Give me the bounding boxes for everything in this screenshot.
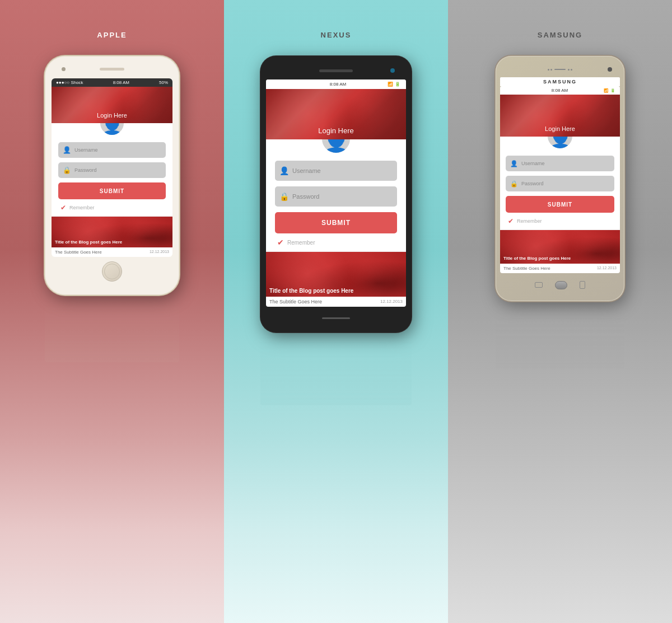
nexus-form: 👤 Username 🔒 Password SUBMIT ✔ Remem <box>266 161 406 247</box>
samsung-remember: ✔ Remember <box>506 217 614 225</box>
submit-button[interactable]: SUBMIT <box>58 182 166 199</box>
user-icon: 👤 <box>63 146 71 154</box>
iphone-status-bar: ●●●○○ Shock 8:08 AM 50% <box>52 78 172 87</box>
nexus-subtitle-row: The Subtitle Goes Here 12.12.2013 <box>266 297 406 307</box>
lock-icon: 🔒 <box>63 166 71 174</box>
nexus-password[interactable]: 🔒 Password <box>275 186 397 207</box>
samsung-reflection <box>496 301 624 368</box>
iphone-frame: ●●●○○ Shock 8:08 AM 50% Login Here 👤 <box>45 56 179 295</box>
username-input[interactable]: 👤 Username <box>58 142 166 158</box>
iphone-home-button[interactable] <box>102 261 122 282</box>
app-login-title: Login Here <box>52 112 172 119</box>
samsung-blog-image: Title of the Blog post goes Here <box>500 230 620 264</box>
username-placeholder: Username <box>74 147 98 153</box>
samsung-camera <box>608 67 612 72</box>
samsung-frame-wrapper: SAMSUNG 8:08 AM 📶 🔋 <box>496 56 624 368</box>
nexus-reflection <box>260 332 412 405</box>
iphone-speaker <box>100 68 124 71</box>
nexus-remember: ✔ Remember <box>275 238 397 247</box>
panel-nexus: NEXUS 8:08 AM 📶 🔋 <box>224 0 448 623</box>
nexus-home-bar <box>322 317 350 319</box>
nexus-username[interactable]: 👤 Username <box>275 161 397 181</box>
apple-reflection: ●●●○○ Shock8:08 AM50% <box>45 295 179 362</box>
samsung-date: 12.12.2013 <box>597 266 617 271</box>
nexus-frame: 8:08 AM 📶 🔋 Login Here <box>260 56 412 332</box>
iphone-bottom-bar <box>52 284 172 288</box>
nexus-frame-wrapper: 8:08 AM 📶 🔋 Login Here <box>260 56 412 405</box>
samsung-subtitle-row: The Subtitle Goes Here 12.12.2013 <box>500 264 620 273</box>
blog-subtitle-row: The Subtitle Goes Here 12.12.2013 <box>52 247 172 257</box>
nexus-nav-bar <box>266 311 406 325</box>
nexus-time: 8:08 AM <box>330 82 346 87</box>
nexus-icons: 📶 🔋 <box>388 82 400 87</box>
app-header-apple: Login Here <box>52 87 172 123</box>
nexus-remember-label: Remember <box>287 240 315 246</box>
samsung-login-title: Login Here <box>500 125 620 132</box>
nexus-blog-image: Title of the Blog post goes Here <box>266 252 406 297</box>
remember-row: ✔ Remember <box>58 204 166 212</box>
samsung-remember-label: Remember <box>517 218 542 224</box>
remember-label: Remember <box>69 205 95 210</box>
panel-samsung: SAMSUNG SAMSUNG <box>448 0 672 623</box>
samsung-submit[interactable]: SUBMIT <box>506 196 614 213</box>
samsung-home-btn[interactable] <box>555 281 567 289</box>
blog-image: Title of the Blog post goes Here <box>52 217 172 247</box>
nexus-camera <box>390 68 395 73</box>
nexus-login-title: Login Here <box>266 127 406 135</box>
check-icon: ✔ <box>60 204 66 212</box>
samsung-blog-title: Title of the Blog post goes Here <box>503 256 571 261</box>
samsung-back-btn[interactable] <box>535 282 543 288</box>
samsung-wifi: 📶 <box>604 88 609 93</box>
blog-date: 12.12.2013 <box>150 250 169 255</box>
blog-subtitle: The Subtitle Goes Here <box>55 250 102 255</box>
nexus-username-placeholder: Username <box>292 167 321 174</box>
iphone-screen: ●●●○○ Shock 8:08 AM 50% Login Here 👤 <box>52 78 172 257</box>
nexus-blog-title: Title of the Blog post goes Here <box>269 288 353 294</box>
nexus-app-header: Login Here <box>266 89 406 139</box>
samsung-form: 👤 Username 🔒 Password SUBMIT ✔ Remem <box>500 156 620 225</box>
iphone-time: 8:08 AM <box>113 80 129 85</box>
samsung-subtitle: The Subtitle Goes Here <box>503 266 550 271</box>
samsung-screen: 8:08 AM 📶 🔋 Login Here <box>500 86 620 273</box>
app-form: 👤 Username 🔒 Password SUBMIT ✔ Remem <box>52 142 172 212</box>
samsung-nav-buttons <box>500 277 620 293</box>
samsung-menu-btn[interactable] <box>580 281 585 289</box>
iphone-carrier: ●●●○○ Shock <box>56 80 83 85</box>
battery-icon: 🔋 <box>395 82 400 87</box>
nexus-label: NEXUS <box>321 31 352 39</box>
main-container: APPLE ●●●○○ Shock 8:08 AM 50% <box>0 0 672 623</box>
blog-title: Title of the Blog post goes Here <box>55 240 122 245</box>
password-input[interactable]: 🔒 Password <box>58 162 166 178</box>
samsung-brand: SAMSUNG <box>500 77 620 86</box>
samsung-password-placeholder: Password <box>521 181 544 186</box>
apple-label: APPLE <box>97 31 127 39</box>
samsung-time: 8:08 AM <box>552 88 568 93</box>
nexus-screen: 8:08 AM 📶 🔋 Login Here <box>266 79 406 307</box>
samsung-password[interactable]: 🔒 Password <box>506 176 614 191</box>
samsung-speaker-dots <box>548 69 572 71</box>
samsung-user-icon: 👤 <box>510 160 518 167</box>
nexus-speaker <box>319 69 353 72</box>
nexus-lock-icon: 🔒 <box>279 192 289 201</box>
samsung-username[interactable]: 👤 Username <box>506 156 614 171</box>
nexus-date: 12.12.2013 <box>380 299 403 305</box>
nexus-password-placeholder: Password <box>292 193 319 200</box>
samsung-blog-card: Title of the Blog post goes Here The Sub… <box>500 229 620 273</box>
samsung-status-icons: 📶 🔋 <box>604 88 615 93</box>
iphone-battery: 50% <box>159 80 168 85</box>
samsung-label: SAMSUNG <box>538 31 582 39</box>
blog-card: Title of the Blog post goes Here The Sub… <box>52 216 172 257</box>
samsung-battery: 🔋 <box>610 88 615 93</box>
nexus-check-icon: ✔ <box>277 238 284 247</box>
samsung-app-header: Login Here <box>500 95 620 137</box>
samsung-check-icon: ✔ <box>508 217 514 225</box>
panel-apple: APPLE ●●●○○ Shock 8:08 AM 50% <box>0 0 224 623</box>
samsung-lock-icon: 🔒 <box>510 180 518 188</box>
iphone-camera <box>62 67 66 71</box>
samsung-status-bar: 8:08 AM 📶 🔋 <box>500 86 620 95</box>
nexus-subtitle: The Subtitle Goes Here <box>269 299 322 305</box>
wifi-icon: 📶 <box>388 82 393 87</box>
nexus-user-icon: 👤 <box>279 166 289 175</box>
nexus-submit[interactable]: SUBMIT <box>275 212 397 233</box>
nexus-status-bar: 8:08 AM 📶 🔋 <box>266 79 406 89</box>
